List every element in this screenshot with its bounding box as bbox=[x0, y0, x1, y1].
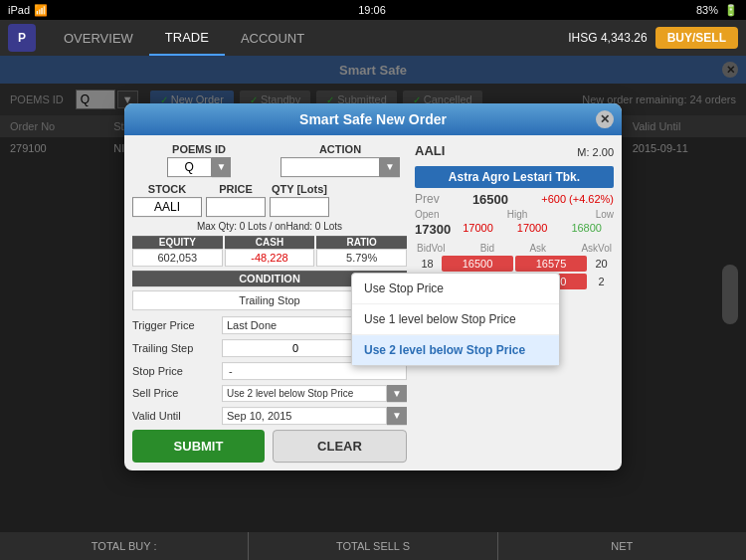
valid-until-row: Valid Until Sep 10, 2015 ▼ bbox=[132, 407, 407, 425]
battery-icon: 🔋 bbox=[724, 4, 738, 17]
spq-row: STOCK PRICE QTY [Lots] bbox=[132, 183, 407, 217]
low-val: 16800 bbox=[559, 222, 614, 237]
buy-sell-button[interactable]: BUY/SELL bbox=[655, 27, 738, 49]
bid-label: Bid bbox=[480, 243, 494, 254]
spq-stock-label: STOCK bbox=[148, 183, 186, 195]
high-val: 17000 bbox=[505, 222, 560, 237]
sell-price-label: Sell Price bbox=[132, 387, 222, 399]
askvol-label: AskVol bbox=[581, 243, 612, 254]
dropdown-option-2[interactable]: Use 2 level below Stop Price bbox=[352, 335, 559, 365]
modal-poems-id-arrow[interactable]: ▼ bbox=[212, 157, 232, 177]
modal-action-input-wrap: Trailing Stop ▼ bbox=[280, 157, 400, 177]
modal-btn-row: SUBMIT CLEAR bbox=[132, 430, 407, 463]
multiplier-display: M: 2.00 bbox=[577, 146, 614, 158]
tab-overview[interactable]: OVERVIEW bbox=[48, 20, 149, 56]
tab-account[interactable]: ACCOUNT bbox=[225, 20, 320, 56]
sell-price-select[interactable]: Use 2 level below Stop Price bbox=[222, 385, 387, 402]
open-label: Open bbox=[415, 209, 439, 220]
total-sell-section: TOTAL SELL S bbox=[249, 532, 497, 560]
stock-code-display: AALI bbox=[415, 143, 445, 158]
modal-title: Smart Safe New Order bbox=[299, 111, 447, 127]
status-right: 83% 🔋 bbox=[696, 4, 738, 17]
ecr-ratio-col: RATIO 5.79% bbox=[316, 236, 407, 267]
net-section: NET bbox=[498, 532, 746, 560]
trigger-price-label: Trigger Price bbox=[132, 319, 222, 331]
ecr-ratio-value: 5.79% bbox=[316, 249, 407, 267]
bottom-bar: TOTAL BUY : TOTAL SELL S NET bbox=[0, 532, 746, 560]
trailing-step-input[interactable] bbox=[222, 339, 369, 357]
battery-pct: 83% bbox=[696, 4, 718, 16]
modal-action-input[interactable]: Trailing Stop bbox=[280, 157, 380, 177]
ecr-equity-col: EQUITY 602,053 bbox=[132, 236, 223, 267]
modal-action-arrow[interactable]: ▼ bbox=[380, 157, 400, 177]
sell-price-row: Sell Price Use 2 level below Stop Price … bbox=[132, 385, 407, 402]
valid-until-select-wrap: Sep 10, 2015 ▼ bbox=[222, 407, 407, 425]
nav-right: IHSG 4,343.26 BUY/SELL bbox=[568, 27, 738, 49]
spq-qty-col: QTY [Lots] bbox=[270, 183, 329, 217]
clear-button[interactable]: CLEAR bbox=[273, 430, 407, 463]
spq-stock-input[interactable] bbox=[132, 197, 202, 217]
company-name-display: Astra Agro Lestari Tbk. bbox=[415, 166, 614, 188]
modal-action-label: ACTION bbox=[319, 143, 361, 155]
modal-close-button[interactable]: ✕ bbox=[596, 110, 614, 128]
dropdown-option-0[interactable]: Use Stop Price bbox=[352, 274, 559, 304]
modal-poems-id-box: POEMS ID ▼ bbox=[132, 143, 266, 177]
spq-qty-label: QTY [Lots] bbox=[272, 183, 327, 195]
poems-action-row: POEMS ID ▼ ACTION Trailing Stop ▼ bbox=[132, 143, 407, 177]
tab-trade[interactable]: TRADE bbox=[149, 20, 225, 56]
low-label: Low bbox=[596, 209, 614, 220]
dropdown-option-1[interactable]: Use 1 level below Stop Price bbox=[352, 304, 559, 335]
prev-price: 16500 bbox=[472, 192, 508, 207]
ob-ask-0[interactable]: 16575 bbox=[515, 256, 587, 272]
submit-button[interactable]: SUBMIT bbox=[132, 430, 265, 463]
prev-label: Prev bbox=[415, 192, 440, 206]
ob-bidvol-0: 18 bbox=[415, 258, 440, 270]
stop-price-label: Stop Price bbox=[132, 365, 222, 377]
top-nav: P OVERVIEW TRADE ACCOUNT IHSG 4,343.26 B… bbox=[0, 20, 746, 56]
high-label: High bbox=[507, 209, 528, 220]
max-qty-info: Max Qty: 0 Lots / onHand: 0 Lots bbox=[132, 221, 407, 232]
modal-poems-id-input-wrap: ▼ bbox=[167, 157, 232, 177]
ecr-ratio-label: RATIO bbox=[316, 236, 407, 249]
valid-until-arrow[interactable]: ▼ bbox=[387, 407, 407, 425]
spq-price-label: PRICE bbox=[219, 183, 253, 195]
ob-askvol-0: 20 bbox=[589, 258, 614, 270]
price-change: +600 (+4.62%) bbox=[541, 193, 614, 205]
ohlv-labels: Open High Low bbox=[415, 209, 614, 220]
ask-label: Ask bbox=[529, 243, 546, 254]
net-label: NET bbox=[611, 540, 633, 552]
valid-until-label: Valid Until bbox=[132, 410, 222, 422]
spq-qty-input[interactable] bbox=[270, 197, 329, 217]
modal-action-box: ACTION Trailing Stop ▼ bbox=[274, 143, 407, 177]
valid-until-select[interactable]: Sep 10, 2015 bbox=[222, 407, 387, 425]
smart-safe-modal: Smart Safe New Order ✕ POEMS ID ▼ ACTI bbox=[124, 103, 622, 470]
ecr-cash-value: -48,228 bbox=[225, 249, 315, 267]
ob-bid-0[interactable]: 16500 bbox=[442, 256, 513, 272]
total-sell-label: TOTAL SELL S bbox=[336, 540, 410, 552]
ecr-row: EQUITY 602,053 CASH -48,228 RATIO 5.79% bbox=[132, 236, 407, 267]
spq-price-input[interactable] bbox=[206, 197, 266, 217]
main-area: Smart Safe ✕ POEMS ID ▼ ✓ New Order ✓ St… bbox=[0, 56, 746, 532]
ob-askvol-1: 2 bbox=[589, 276, 614, 287]
total-buy-label: TOTAL BUY : bbox=[92, 540, 157, 552]
carrier-label: iPad bbox=[8, 4, 30, 16]
spq-stock-col: STOCK bbox=[132, 183, 202, 217]
spq-price-col: PRICE bbox=[206, 183, 266, 217]
bidvol-label: BidVol bbox=[417, 243, 445, 254]
market-label: IHSG 4,343.26 bbox=[568, 31, 647, 45]
ob-row-0: 18 16500 16575 20 bbox=[415, 256, 614, 272]
nav-tabs: OVERVIEW TRADE ACCOUNT bbox=[48, 20, 568, 56]
status-left: iPad 📶 bbox=[8, 4, 48, 17]
current-price: 17300 bbox=[415, 222, 451, 237]
trailing-step-label: Trailing Step bbox=[132, 342, 222, 354]
modal-poems-id-label: POEMS ID bbox=[172, 143, 226, 155]
time-display: 19:06 bbox=[358, 4, 386, 16]
ecr-equity-value: 602,053 bbox=[132, 249, 223, 267]
ecr-cash-col: CASH -48,228 bbox=[225, 236, 315, 267]
ecr-equity-label: EQUITY bbox=[132, 236, 223, 249]
modal-poems-id-input[interactable] bbox=[167, 157, 212, 177]
sell-price-arrow[interactable]: ▼ bbox=[387, 385, 407, 402]
ob-header: BidVol Bid Ask AskVol bbox=[415, 243, 614, 254]
sell-price-select-wrap: Use 2 level below Stop Price ▼ bbox=[222, 385, 407, 402]
modal-header: Smart Safe New Order ✕ bbox=[124, 103, 622, 135]
